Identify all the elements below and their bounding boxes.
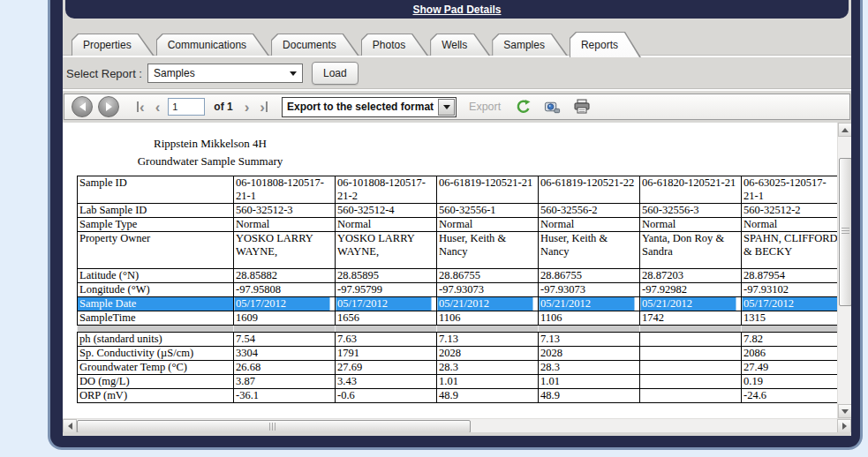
value-cell: 560-32512-3 [234, 204, 336, 218]
bar-icon [137, 101, 139, 112]
divider [63, 89, 851, 91]
arrow-up-icon [842, 128, 849, 132]
scroll-right-button[interactable] [837, 419, 851, 432]
table-row: ph (standard units)7.547.637.137.137.82 [78, 333, 838, 347]
horizontal-scrollbar-thumb[interactable] [77, 420, 471, 432]
chevron-down-icon [443, 105, 450, 109]
arrow-right-icon [842, 423, 847, 430]
next-page-button[interactable]: › [242, 100, 253, 115]
show-pad-details-link[interactable]: Show Pad Details [412, 4, 501, 16]
tab-photos[interactable]: Photos [361, 34, 428, 56]
value-cell: SPAHN, CLIFFORD & BECKY [742, 232, 838, 269]
value-cell: -97.93102 [742, 283, 838, 297]
value-cell: 06-61819-120521-21 [437, 176, 539, 204]
value-cell: 05/21/2012 [437, 297, 539, 311]
vertical-scrollbar[interactable] [837, 123, 851, 418]
export-format-select[interactable]: Export to the selected format [282, 97, 457, 117]
value-cell [640, 333, 742, 347]
thumb-grip [269, 423, 277, 431]
row-label-cell: Sp. Conductivity (µS/cm) [78, 347, 234, 361]
value-cell [336, 326, 437, 333]
bar-icon [266, 101, 268, 112]
tab-label: Samples [503, 39, 545, 51]
export-format-value: Export to the selected format [287, 101, 434, 113]
row-label-cell [78, 326, 234, 333]
tab-documents[interactable]: Documents [271, 34, 359, 56]
table-row: Latitude (°N)28.8588228.8589528.8675528.… [78, 269, 838, 283]
refresh-button[interactable] [511, 99, 535, 116]
select-report-label: Select Report : [66, 67, 142, 80]
first-page-button[interactable]: ‹ [133, 100, 147, 115]
history-back-button[interactable] [72, 96, 93, 117]
value-cell: 05/17/2012 [742, 297, 838, 311]
value-cell: Normal [640, 218, 742, 232]
history-forward-button[interactable] [98, 96, 119, 117]
tab-wells[interactable]: Wells [430, 34, 490, 56]
value-cell: 28.85882 [234, 269, 336, 283]
value-cell: 560-32556-3 [640, 204, 742, 218]
report-select-row: Select Report : Samples Load [63, 57, 851, 89]
row-label-cell: Sample ID [78, 176, 234, 204]
table-row: ORP (mV)-36.1-0.648.948.9-24.6 [78, 389, 838, 403]
value-cell: 560-32512-2 [742, 204, 838, 218]
value-cell: 1609 [234, 311, 336, 326]
tab-reports[interactable]: Reports [570, 32, 641, 57]
value-cell: 05/21/2012 [640, 297, 742, 311]
table-row: Lab Sample ID560-32512-3560-32512-4560-3… [78, 204, 838, 218]
vertical-scrollbar-thumb[interactable] [839, 158, 851, 306]
scroll-left-button[interactable] [63, 419, 77, 432]
export-button[interactable]: Export [469, 101, 501, 113]
print-button[interactable] [570, 99, 594, 115]
value-cell: 7.13 [539, 333, 640, 347]
horizontal-scrollbar[interactable] [63, 418, 851, 432]
value-cell: 560-32512-4 [336, 204, 437, 218]
row-label-cell: Lab Sample ID [78, 204, 234, 218]
chevron-left-icon: ‹ [155, 100, 161, 115]
report-toolbar: ‹ ‹ of 1 › › Export to the selected form… [64, 94, 850, 120]
value-cell: 27.49 [742, 361, 838, 375]
value-cell: Huser, Keith & Nancy [437, 232, 539, 269]
value-cell: 06-63025-120517-21-1 [742, 176, 838, 204]
load-button[interactable]: Load [312, 62, 359, 85]
chevron-down-icon [290, 71, 297, 76]
prev-page-button[interactable]: ‹ [153, 100, 163, 115]
value-cell: Normal [336, 218, 437, 232]
table-row: Sample ID06-101808-120517-21-106-101808-… [78, 176, 838, 204]
value-cell: 560-32556-2 [539, 204, 640, 218]
table-row: Longitude (°W)-97.95808-97.95799-97.9307… [78, 283, 838, 297]
value-cell [437, 326, 539, 333]
report-select-value: Samples [154, 67, 290, 79]
value-cell: 1742 [640, 311, 742, 326]
value-cell: -36.1 [234, 389, 336, 403]
report-select-dropdown[interactable]: Samples [147, 64, 303, 83]
scroll-down-button[interactable] [838, 404, 851, 418]
value-cell: 1.01 [437, 375, 539, 389]
value-cell: -97.95799 [336, 283, 437, 297]
scroll-up-button[interactable] [838, 123, 851, 137]
value-cell: 26.68 [234, 361, 336, 375]
tab-samples[interactable]: Samples [492, 34, 568, 56]
tab-properties[interactable]: Properties [72, 34, 155, 56]
value-cell: 1315 [742, 311, 838, 326]
value-cell: Normal [437, 218, 539, 232]
value-cell: 48.9 [437, 389, 539, 403]
value-cell: 28.3 [539, 361, 640, 375]
value-cell: YOSKO LARRY WAYNE, [336, 232, 437, 269]
application-window: Show Pad Details Properties Communicatio… [50, 0, 860, 447]
value-cell: 05/21/2012 [539, 297, 640, 311]
tab-communications[interactable]: Communications [156, 34, 269, 56]
tab-label: Reports [581, 39, 618, 51]
value-cell: 0.19 [742, 375, 838, 389]
value-cell [640, 361, 742, 375]
tab-label: Photos [373, 39, 405, 51]
value-cell: 06-61820-120521-21 [640, 176, 742, 204]
value-cell: -97.92982 [640, 283, 742, 297]
dropdown-button[interactable] [438, 99, 455, 116]
value-cell: 7.54 [234, 333, 336, 347]
pad-details-titlebar: Show Pad Details [65, 0, 849, 19]
page-snapshot-button[interactable] [540, 99, 564, 116]
row-label-cell: Latitude (°N) [78, 269, 234, 283]
table-row: SampleTime160916561106110617421315 [78, 311, 838, 326]
page-number-input[interactable] [168, 98, 205, 116]
last-page-button[interactable]: › [257, 100, 271, 115]
